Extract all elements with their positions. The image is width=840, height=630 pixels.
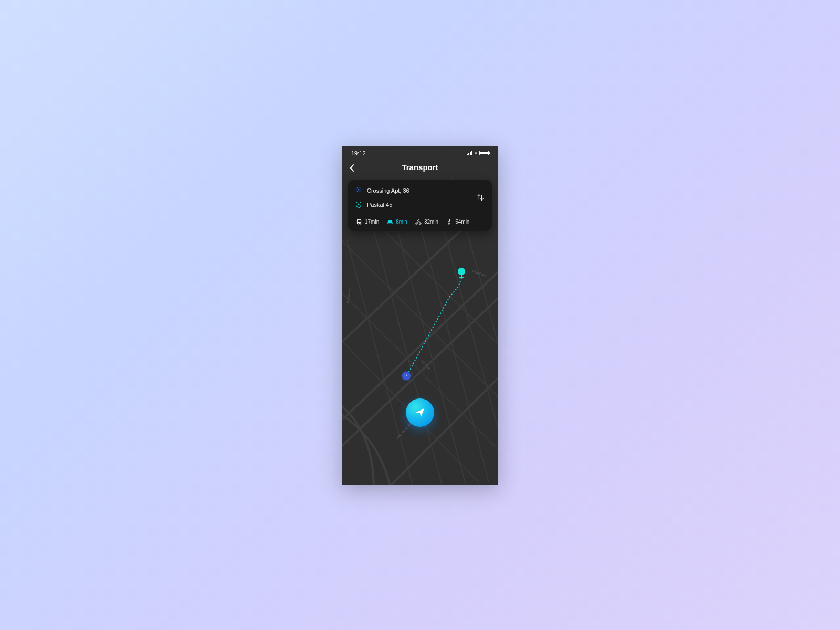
svg-rect-20 [358, 220, 361, 222]
phone-frame: Playground Grand Ave 57th Ave Long Islan… [342, 146, 498, 485]
origin-dot-icon [356, 187, 361, 192]
start-navigation-button[interactable] [406, 398, 434, 427]
svg-line-8 [368, 209, 447, 485]
destination-field[interactable]: Paskal,45 [367, 197, 468, 211]
origin-field[interactable]: Crossing Apt, 36 [367, 186, 468, 197]
svg-point-23 [388, 222, 389, 223]
signal-icon [467, 151, 472, 155]
destination-pin-small-icon [356, 202, 361, 208]
back-button[interactable] [349, 164, 355, 174]
mode-walk[interactable]: 54min [446, 218, 469, 226]
svg-point-24 [391, 222, 392, 223]
svg-point-27 [418, 219, 419, 220]
svg-point-18 [358, 203, 360, 205]
battery-icon [479, 151, 489, 155]
mode-transit-duration: 17min [365, 219, 379, 225]
svg-line-10 [410, 188, 489, 482]
route-card: Crossing Apt, 36 Paskal,45 17min 8min [348, 180, 492, 231]
page-title: Transport [402, 163, 438, 172]
mode-transit[interactable]: 17min [355, 218, 379, 226]
status-time: 19:12 [351, 150, 366, 156]
svg-text:57th Ave: 57th Ave [420, 359, 431, 370]
swap-button[interactable] [473, 193, 485, 204]
mode-car-duration: 8min [396, 219, 407, 225]
status-bar: 19:12 [342, 146, 498, 161]
svg-point-28 [449, 219, 450, 220]
mode-bike[interactable]: 32min [415, 218, 438, 226]
header: Transport [342, 163, 498, 172]
route-endpoint-icons [355, 186, 362, 208]
network-dot-icon [475, 152, 477, 154]
mode-bike-duration: 32min [424, 219, 438, 225]
svg-point-21 [358, 223, 359, 224]
svg-point-22 [360, 223, 361, 224]
svg-line-2 [342, 214, 478, 372]
transport-modes: 17min 8min 32min 54min [355, 218, 485, 226]
current-location-marker [402, 372, 411, 380]
mode-walk-duration: 54min [455, 219, 469, 225]
mode-car[interactable]: 8min [386, 218, 407, 226]
